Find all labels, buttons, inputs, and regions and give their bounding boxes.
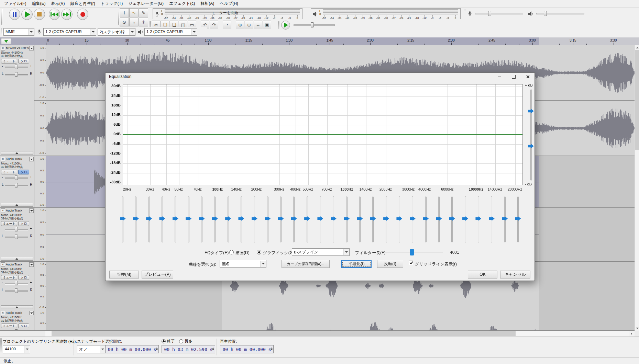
close-track-button[interactable]: × [1, 46, 5, 50]
track-menu-button[interactable] [29, 262, 34, 267]
solo-button[interactable]: ソロ [18, 59, 29, 64]
track-menu-button[interactable] [29, 208, 34, 213]
cancel-button[interactable]: キャンセル [500, 271, 530, 278]
collapse-track-button[interactable] [1, 151, 33, 155]
toolbar-grip[interactable] [464, 10, 466, 18]
pause-button[interactable] [9, 9, 20, 20]
save-manage-curves-button[interactable]: カーブの保存/管理(a)... [282, 260, 330, 268]
close-track-button[interactable]: × [1, 262, 5, 267]
length-radio[interactable] [179, 339, 183, 343]
vertical-scale-ruler[interactable]: 1.00.50.0-0.5-1.0 [34, 45, 46, 100]
vertical-scale-ruler[interactable]: 1.00.50.0-0.5-1.0 [34, 101, 46, 156]
track-menu-button[interactable] [29, 46, 34, 50]
recording-device-select[interactable]: 1-2 (OCTA-CAPTUR [43, 28, 96, 36]
horizontal-scrollbar[interactable] [0, 331, 639, 337]
vertical-scale-ruler[interactable]: 1.00.50.0-0.5-1.0 [34, 208, 46, 262]
track-control-panel[interactable]: ×Audio TrackMono, 44100Hz32-bit浮動小数点ミュート… [0, 310, 34, 331]
toolbar-grip[interactable] [1, 29, 3, 35]
audio-host-select[interactable]: MME [3, 28, 34, 36]
spinner-icon[interactable] [212, 346, 214, 351]
graphic-eq-radio[interactable] [257, 250, 261, 254]
menu-item[interactable]: ジェネレーター(G) [125, 0, 166, 8]
db-range-slider[interactable] [530, 89, 532, 181]
solo-button[interactable]: ソロ [18, 323, 29, 328]
maximize-button[interactable] [507, 73, 520, 81]
record-button[interactable] [77, 9, 88, 20]
close-button[interactable] [521, 73, 535, 81]
vertical-scale-ruler[interactable]: 1.00.50.0-0.5-1.0 [34, 310, 46, 331]
menu-item[interactable]: トラック(T) [98, 0, 125, 8]
skip-to-start-button[interactable] [49, 9, 60, 20]
mute-button[interactable]: ミュート [1, 323, 17, 328]
zoom-tool-icon[interactable]: ⊙ [120, 18, 129, 26]
track-control-panel[interactable]: ×Audio TrackMono, 44100Hz32-bit浮動小数点ミュート… [0, 262, 34, 310]
gain-slider-thumb[interactable] [15, 65, 18, 69]
pan-slider-thumb[interactable] [15, 288, 18, 293]
preview-button[interactable]: プレビュー(P) [142, 271, 173, 278]
end-radio[interactable] [162, 339, 166, 343]
track-control-panel[interactable]: ×Audio TrackMono, 44100Hz32-bit浮動小数点ミュート… [0, 208, 34, 262]
input-volume-thumb[interactable] [488, 11, 491, 16]
playback-speed-thumb[interactable] [311, 22, 314, 27]
gridlines-checkbox[interactable] [409, 261, 413, 265]
pinned-play-head-button[interactable] [1, 38, 11, 44]
mute-button[interactable]: ミュート [1, 221, 17, 226]
gain-slider-thumb[interactable] [15, 227, 18, 231]
scroll-right-button[interactable] [629, 331, 635, 337]
input-volume-slider[interactable] [475, 13, 523, 14]
monitor-start-text[interactable]: モニターを開始 [211, 10, 238, 15]
filter-length-slider[interactable] [385, 252, 443, 253]
menu-item[interactable]: ヘルプ(H) [217, 0, 241, 8]
selection-tool-icon[interactable]: I [120, 8, 129, 17]
selection-start-field[interactable]: 00 h 00 m 00.000 s [105, 345, 159, 353]
horizontal-scroll-track[interactable] [45, 331, 635, 337]
fit-project-button[interactable]: ▣ [263, 21, 271, 29]
play-at-speed-button[interactable] [281, 21, 290, 30]
playback-meter[interactable]: L R -57-54-51-48-45-39-36-33-30-27-24-21… [311, 8, 461, 19]
gain-slider-thumb[interactable] [15, 281, 18, 285]
close-track-button[interactable]: × [1, 208, 5, 213]
waveform-canvas[interactable] [46, 310, 635, 331]
zoom-out-button[interactable]: ⊖ [245, 21, 253, 29]
track-menu-button[interactable] [29, 157, 34, 161]
timeshift-tool-icon[interactable]: ↔ [129, 18, 139, 26]
vertical-scroll-thumb[interactable] [635, 50, 639, 150]
playback-device-select[interactable]: 1-2 (OCTA-CAPTUR [144, 28, 197, 36]
pan-slider-thumb[interactable] [15, 235, 18, 239]
redo-button[interactable]: ↷ [210, 21, 218, 29]
interpolation-select[interactable]: B-スプライン [292, 248, 350, 256]
eq-graph[interactable] [123, 84, 523, 185]
filter-length-thumb[interactable] [410, 249, 414, 255]
scroll-down-button[interactable] [635, 326, 639, 331]
solo-button[interactable]: ソロ [18, 221, 29, 226]
output-volume-slider[interactable] [536, 13, 584, 14]
sync-lock-button[interactable]: ◔ [223, 21, 231, 29]
fit-selection-button[interactable]: ↔ [254, 21, 262, 29]
dialog-title-bar[interactable]: Equalization [106, 73, 535, 81]
close-track-button[interactable]: × [1, 157, 5, 161]
spinner-icon[interactable] [271, 346, 273, 351]
menu-item[interactable]: エフェクト(c) [166, 0, 198, 8]
audio-position-field[interactable]: 00 h 00 m 00.000 s [220, 345, 274, 353]
mute-button[interactable]: ミュート [1, 59, 17, 64]
stop-button[interactable] [34, 9, 45, 20]
vertical-scale-ruler[interactable]: 1.00.50.0-0.5-1.0 [34, 262, 46, 310]
recording-channels-select[interactable]: 2(ステレオ)録 [98, 28, 135, 36]
invert-button[interactable]: 反転(I) [377, 260, 403, 268]
close-track-button[interactable]: × [1, 311, 5, 315]
track-menu-button[interactable] [29, 311, 34, 315]
spinner-icon[interactable] [156, 346, 158, 351]
draw-curves-radio[interactable] [229, 250, 234, 254]
zoom-in-button[interactable]: ⊕ [236, 21, 244, 29]
track-control-panel[interactable]: ×MIYAVI vs KREVStereo, 44100Hz32-bit浮動小数… [0, 45, 34, 156]
pan-slider-thumb[interactable] [15, 72, 18, 77]
minimize-button[interactable] [493, 73, 506, 81]
project-rate-select[interactable]: 44100 [3, 345, 30, 353]
curve-select[interactable]: 無名 [220, 260, 266, 268]
play-button[interactable] [21, 9, 33, 20]
solo-button[interactable]: ソロ [18, 170, 29, 174]
mute-button[interactable]: ミュート [1, 170, 17, 174]
recording-meter[interactable]: L R モニターを開始 -57-54-51-48-45-39-36-33-30-… [153, 8, 302, 19]
playback-speed-slider[interactable] [294, 24, 335, 26]
timeline-ruler[interactable]: 01530451:001:151:301:452:002:152:302:453… [0, 37, 639, 45]
